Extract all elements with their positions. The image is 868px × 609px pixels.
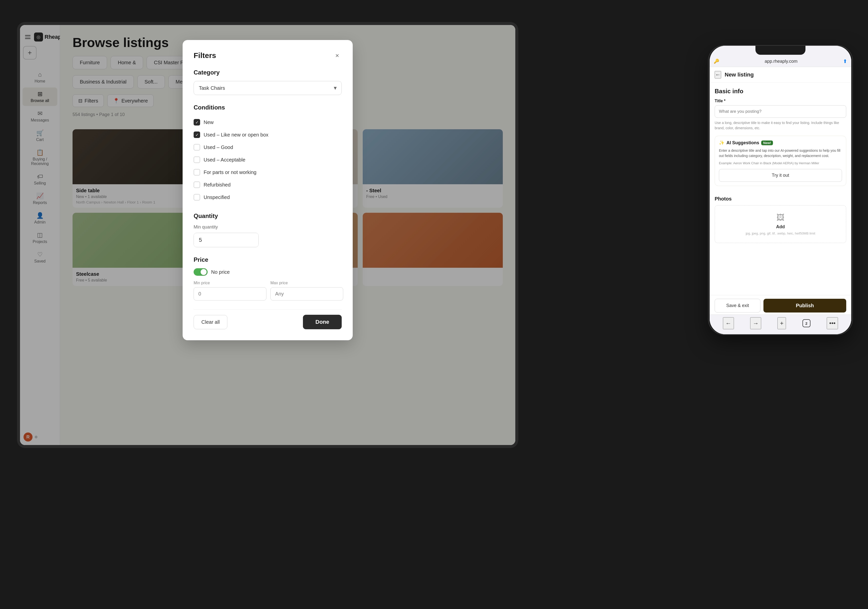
modal-title: Filters: [194, 51, 216, 60]
modal-header: Filters ×: [194, 51, 342, 60]
checkbox-used-good: [194, 144, 200, 150]
checkbox-unspecified: [194, 194, 200, 201]
phone-screen: 🔑 app.rheaply.com ⬆ ← New listing Basic …: [710, 46, 851, 334]
no-price-toggle[interactable]: [194, 268, 208, 276]
share-icon[interactable]: ⬆: [843, 58, 847, 64]
condition-used-good[interactable]: Used – Good: [194, 141, 342, 153]
condition-refurbished-label: Refurbished: [204, 182, 231, 188]
min-quantity-input[interactable]: [194, 233, 259, 247]
ai-sparkle-icon: ✨: [719, 140, 724, 145]
browser-back-button[interactable]: ←: [723, 317, 734, 329]
price-toggle-row: No price: [194, 268, 342, 276]
max-price-label: Max price: [270, 281, 343, 285]
phone-frame: 🔑 app.rheaply.com ⬆ ← New listing Basic …: [708, 45, 853, 335]
title-field-label: Title *: [715, 99, 846, 103]
condition-used-acceptable-label: Used – Acceptable: [204, 157, 245, 163]
min-price-label: Min price: [194, 281, 267, 285]
min-price-group: Min price: [194, 281, 267, 300]
photo-upload-box[interactable]: 🖼 Add jpg, jpeg, png, gif, tif, .webp, h…: [715, 205, 846, 243]
phone-browser-nav: ← → + 2 •••: [710, 314, 851, 334]
condition-new-label: New: [204, 119, 214, 125]
browser-forward-button[interactable]: →: [750, 317, 761, 329]
browser-tabs-button[interactable]: 2: [803, 319, 811, 327]
condition-for-parts[interactable]: For parts or not working: [194, 166, 342, 178]
checkbox-for-parts: [194, 169, 200, 176]
upload-hint: jpg, jpeg, png, gif, tif, .webp, heic, h…: [746, 232, 815, 235]
category-section-title: Category: [194, 69, 342, 76]
phone-page-title: New listing: [725, 71, 754, 78]
lock-icon: 🔑: [714, 59, 719, 64]
laptop-frame: ◎ Rheaply + ⌂ Home ⊞ Browse all ✉ Mess: [0, 10, 550, 585]
ai-example: Example: Aeron Work Chair in Black (Mode…: [719, 161, 842, 165]
conditions-section-title: Conditions: [194, 104, 342, 111]
quantity-section: Quantity Min quantity − +: [194, 212, 342, 247]
modal-overlay[interactable]: Filters × Category Task Chairs ▼ Conditi: [20, 25, 515, 445]
conditions-section: Conditions New Used – Like new or open b…: [194, 104, 342, 204]
title-input[interactable]: [715, 105, 846, 118]
clear-all-button[interactable]: Clear all: [194, 315, 227, 329]
checkbox-used-acceptable: [194, 156, 200, 163]
modal-close-button[interactable]: ×: [333, 51, 342, 60]
basic-info-title: Basic info: [715, 88, 846, 95]
ai-title: AI Suggestions: [726, 140, 759, 145]
modal-footer: Clear all Done: [194, 309, 342, 329]
condition-unspecified-label: Unspecified: [204, 195, 230, 200]
phone-back-button[interactable]: ←: [715, 71, 721, 79]
basic-info-section: Basic info Title * Use a long, descripti…: [710, 83, 851, 196]
price-section: Price No price Min price Max pri: [194, 256, 342, 300]
photos-title: Photos: [715, 196, 846, 202]
filter-modal: Filters × Category Task Chairs ▼ Conditi: [183, 40, 353, 340]
category-select-wrapper: Task Chairs ▼: [194, 81, 342, 95]
phone-content: ← New listing Basic info Title * Use a l…: [710, 67, 851, 326]
quantity-section-title: Quantity: [194, 212, 342, 219]
condition-used-like-new-label: Used – Like new or open box: [204, 132, 268, 138]
max-price-input[interactable]: [270, 287, 343, 300]
checkbox-new: [194, 119, 200, 125]
min-price-input[interactable]: [194, 287, 267, 300]
category-section: Category Task Chairs ▼: [194, 69, 342, 95]
upload-label: Add: [776, 224, 785, 229]
done-button[interactable]: Done: [303, 315, 342, 329]
browser-url: app.rheaply.com: [722, 59, 840, 64]
ai-new-badge: New!: [761, 141, 773, 145]
try-it-button[interactable]: Try it out: [719, 169, 842, 182]
condition-used-good-label: Used – Good: [204, 144, 233, 150]
min-quantity-label: Min quantity: [194, 224, 342, 230]
laptop-screen: ◎ Rheaply + ⌂ Home ⊞ Browse all ✉ Mess: [20, 25, 515, 445]
condition-for-parts-label: For parts or not working: [204, 170, 256, 175]
no-price-label: No price: [211, 269, 229, 275]
category-select[interactable]: Task Chairs: [194, 81, 342, 95]
ai-description: Enter a descriptive title and tap into o…: [719, 148, 842, 159]
condition-new[interactable]: New: [194, 116, 342, 128]
phone-notch: [755, 46, 806, 55]
price-inputs: Min price Max price: [194, 281, 342, 300]
browser-more-button[interactable]: •••: [827, 317, 838, 329]
phone-footer: Save & exit Publish ← → + 2 •••: [710, 295, 851, 334]
publish-button[interactable]: Publish: [763, 299, 846, 312]
price-section-title: Price: [194, 256, 342, 263]
ai-suggestions-box: ✨ AI Suggestions New! Enter a descriptiv…: [715, 136, 846, 186]
photos-section: Photos 🖼 Add jpg, jpeg, png, gif, tif, .…: [710, 196, 851, 248]
condition-used-acceptable[interactable]: Used – Acceptable: [194, 153, 342, 166]
checkbox-used-like-new: [194, 131, 200, 138]
title-hint: Use a long, descriptive title to make it…: [715, 120, 846, 131]
ai-header: ✨ AI Suggestions New!: [719, 140, 842, 145]
phone-nav-header: ← New listing: [710, 67, 851, 83]
max-price-group: Max price: [270, 281, 343, 300]
upload-icon: 🖼: [777, 213, 784, 222]
condition-used-like-new[interactable]: Used – Like new or open box: [194, 128, 342, 141]
save-exit-button[interactable]: Save & exit: [715, 299, 760, 312]
checkbox-refurbished: [194, 181, 200, 188]
toggle-knob: [201, 269, 207, 275]
condition-refurbished[interactable]: Refurbished: [194, 178, 342, 191]
quantity-input-row: − +: [194, 233, 259, 247]
browser-add-button[interactable]: +: [777, 317, 786, 329]
action-buttons: Save & exit Publish: [710, 295, 851, 314]
condition-unspecified[interactable]: Unspecified: [194, 191, 342, 204]
